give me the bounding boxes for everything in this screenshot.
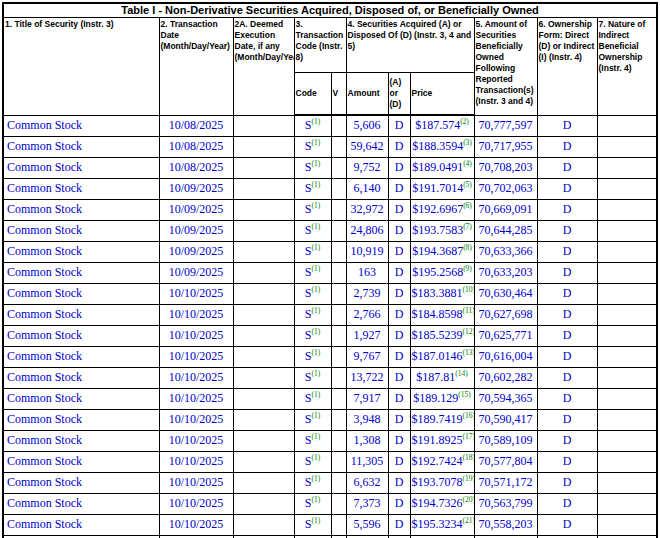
footnote-ref-link[interactable]: (9) <box>463 264 472 273</box>
cell-value: 10/09/2025 <box>169 181 224 195</box>
footnote-ref-link[interactable]: (6) <box>463 201 472 210</box>
footnote-ref-link[interactable]: (19) <box>463 474 475 483</box>
footnote-ref-link[interactable]: (1) <box>311 201 320 210</box>
transaction-code-cell: S(1) <box>294 367 331 388</box>
deemed-execution-date-cell <box>233 388 294 409</box>
footnote-ref-link[interactable]: (1) <box>311 453 320 462</box>
footnote-ref-link[interactable]: (20) <box>463 495 475 504</box>
footnote-ref-link[interactable]: (1) <box>311 474 320 483</box>
footnote-ref-link[interactable]: (10) <box>463 285 475 294</box>
footnote-ref-link[interactable]: (12) <box>463 327 475 336</box>
footnote-ref-link[interactable]: (11) <box>463 306 475 315</box>
footnote-ref-link[interactable]: (1) <box>311 432 320 441</box>
footnote-ref-link[interactable]: (3) <box>463 138 472 147</box>
nature-indirect-cell <box>597 283 657 304</box>
cell-value: Common Stock <box>7 517 82 531</box>
footnote-ref-link[interactable]: (1) <box>311 180 320 189</box>
footnote-ref-link[interactable]: (1) <box>311 222 320 231</box>
footnote-ref-link[interactable]: (8) <box>463 243 472 252</box>
transaction-code-cell: S(1) <box>294 514 331 535</box>
cell-value: $188.3594 <box>412 139 463 153</box>
footnote-ref-link[interactable]: (15) <box>458 390 471 399</box>
footnote-ref-link[interactable]: (21) <box>463 516 475 525</box>
footnote-ref-link[interactable]: (13) <box>463 348 475 357</box>
footnote-ref-link[interactable]: (1) <box>311 159 320 168</box>
transaction-date-cell: 10/10/2025 <box>159 472 233 493</box>
footnote-ref-link[interactable]: (1) <box>311 516 320 525</box>
amount-cell: 24,806 <box>346 220 388 241</box>
footnote-ref-link[interactable]: (16) <box>463 411 475 420</box>
cell-value: 70,669,091 <box>479 202 533 216</box>
cell-value: 163 <box>358 265 376 279</box>
footnote-ref-link[interactable]: (1) <box>311 243 320 252</box>
transaction-date-cell: 10/09/2025 <box>159 199 233 220</box>
security-title-cell: Common Stock <box>3 220 159 241</box>
cell-value: 70,777,597 <box>479 118 533 132</box>
cell-value: Common Stock <box>7 202 82 216</box>
owned-following-cell: 70,777,597 <box>474 115 537 136</box>
transaction-date-cell: 10/09/2025 <box>159 262 233 283</box>
footnote-ref-link[interactable]: (1) <box>311 306 320 315</box>
cell-value: D <box>395 496 404 510</box>
cell-value: 10/09/2025 <box>169 244 224 258</box>
security-title-cell: Common Stock <box>3 304 159 325</box>
security-title-cell: Common Stock <box>3 241 159 262</box>
footnote-ref-link[interactable]: (4) <box>463 159 472 168</box>
table-row: Common Stock10/08/2025S(1)59,642D$188.35… <box>3 136 657 157</box>
v-cell <box>331 388 346 409</box>
footnote-ref-link[interactable]: (1) <box>311 138 320 147</box>
footnote-ref-link[interactable]: (14) <box>455 369 468 378</box>
cell-value: $185.5239 <box>412 328 463 342</box>
cell-value: $194.3687 <box>412 244 463 258</box>
cell-value: 70,627,698 <box>479 307 533 321</box>
cell-value: $194.7326 <box>412 496 463 510</box>
footnote-ref-link[interactable]: (5) <box>463 180 472 189</box>
footnote-ref-link[interactable]: (1) <box>311 327 320 336</box>
footnote-ref-link[interactable]: (1) <box>311 411 320 420</box>
transaction-code-cell: S(1) <box>294 472 331 493</box>
cell-value: 10/08/2025 <box>169 118 224 132</box>
header-title-of-security: 1. Title of Security (Instr. 3) <box>3 17 159 115</box>
header-row-groups: 1. Title of Security (Instr. 3) 2. Trans… <box>3 17 657 72</box>
owned-following-cell: 70,630,464 <box>474 283 537 304</box>
cell-value: $187.574 <box>415 118 460 132</box>
footnote-ref-link[interactable]: (17) <box>463 432 475 441</box>
cell-value: 59,642 <box>351 139 384 153</box>
footnote-ref-link[interactable]: (18) <box>463 453 475 462</box>
nature-indirect-cell <box>597 178 657 199</box>
footnote-ref-link[interactable]: (1) <box>311 390 320 399</box>
cell-value: D <box>395 433 404 447</box>
footnote-ref-link[interactable]: (2) <box>460 117 469 126</box>
v-cell <box>331 241 346 262</box>
cell-value: D <box>563 223 572 237</box>
footnote-ref-link[interactable]: (1) <box>311 495 320 504</box>
ownership-form-cell: D <box>537 283 597 304</box>
cell-value: 5,596 <box>354 517 381 531</box>
footnote-ref-link[interactable]: (7) <box>463 222 472 231</box>
table-row: Common Stock10/10/2025S(1)5,596D$195.323… <box>3 514 657 535</box>
transaction-code-cell: S(1) <box>294 409 331 430</box>
footnote-ref-link[interactable]: (1) <box>311 117 320 126</box>
ownership-form-cell: D <box>537 514 597 535</box>
nature-indirect-cell <box>597 325 657 346</box>
nature-indirect-cell <box>597 262 657 283</box>
footnote-ref-link[interactable]: (1) <box>311 285 320 294</box>
footnote-ref-link[interactable]: (1) <box>311 369 320 378</box>
table-row: Common Stock10/09/2025S(1)10,919D$194.36… <box>3 241 657 262</box>
footnote-ref-link[interactable]: (1) <box>311 348 320 357</box>
security-title-cell: Common Stock <box>3 367 159 388</box>
cell-value: D <box>563 433 572 447</box>
amount-cell: 6,632 <box>346 472 388 493</box>
footnote-ref-link[interactable]: (1) <box>311 264 320 273</box>
cell-value: D <box>395 118 404 132</box>
cell-value: $195.2568 <box>412 265 463 279</box>
cell-value: D <box>563 139 572 153</box>
cell-value: 10/10/2025 <box>169 454 224 468</box>
cell-value: D <box>395 475 404 489</box>
price-cell: $188.3594(3) <box>410 136 474 157</box>
acquired-disposed-cell: D <box>388 367 410 388</box>
cell-value: 9,752 <box>354 160 381 174</box>
cell-value: 3,948 <box>354 412 381 426</box>
cell-value: Common Stock <box>7 454 82 468</box>
security-title-cell: Common Stock <box>3 178 159 199</box>
